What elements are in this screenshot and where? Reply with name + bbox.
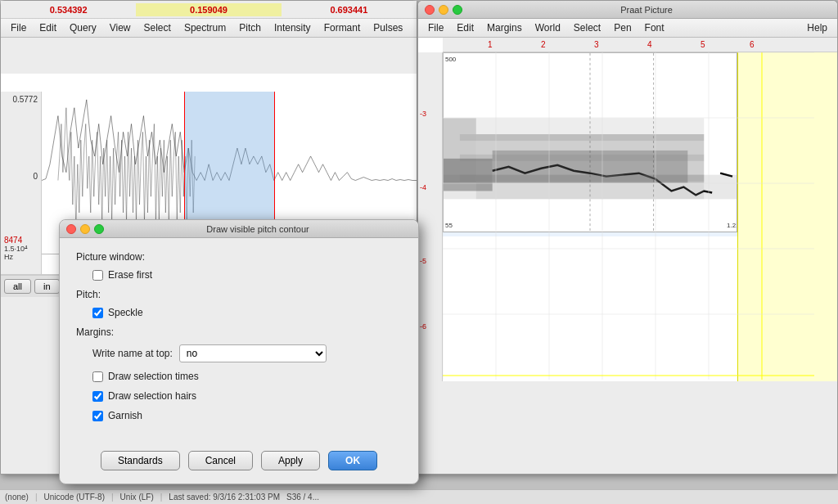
standards-button[interactable]: Standards bbox=[101, 451, 180, 470]
ruler-3: 3 bbox=[594, 40, 599, 49]
menu-formant[interactable]: Formant bbox=[318, 19, 367, 37]
garnish-text: Garnish bbox=[108, 410, 142, 421]
yellow-selection-area bbox=[737, 52, 837, 381]
status-bar: (none) | Unicode (UTF-8) | Unix (LF) | L… bbox=[0, 489, 838, 504]
draw-times-checkbox[interactable] bbox=[92, 371, 103, 382]
dialog-close-button[interactable] bbox=[66, 224, 76, 234]
garnish-checkbox[interactable] bbox=[92, 411, 103, 421]
v-ruler-6: -6 bbox=[420, 322, 426, 331]
dialog-buttons: Standards Cancel Apply OK bbox=[60, 443, 418, 484]
coord-right: 0.693441 bbox=[282, 5, 417, 15]
pic-menu-edit[interactable]: Edit bbox=[450, 19, 480, 37]
picture-window: Praat Picture File Edit Margins World Se… bbox=[417, 0, 838, 475]
apply-button[interactable]: Apply bbox=[261, 451, 320, 470]
svg-text:500: 500 bbox=[445, 56, 457, 63]
ruler-horizontal: 1 2 3 4 5 6 bbox=[443, 38, 837, 52]
in-button[interactable]: in bbox=[34, 279, 60, 294]
svg-text:55: 55 bbox=[445, 222, 453, 229]
ruler-1: 1 bbox=[488, 40, 493, 49]
pic-menu-file[interactable]: File bbox=[421, 19, 450, 37]
menu-edit[interactable]: Edit bbox=[33, 19, 63, 37]
svg-rect-15 bbox=[460, 155, 704, 161]
num-left: 8474 1.5·10⁴ Hz bbox=[1, 234, 42, 274]
spectrogram-area: 500 55 1.212 Time (s) Pitch (Hz) bbox=[443, 52, 737, 232]
erase-first-label[interactable]: Erase first bbox=[92, 269, 152, 281]
v-ruler-4: -4 bbox=[420, 183, 426, 191]
garnish-row: Garnish bbox=[76, 410, 402, 421]
sound-menubar: File Edit Query View Select Spectrum Pit… bbox=[1, 19, 417, 38]
dialog-traffic-lights bbox=[66, 224, 104, 234]
status-line-ending: Unix (LF) bbox=[120, 493, 154, 502]
status-position: S36 / 4... bbox=[286, 493, 319, 502]
pitch-label: Pitch: bbox=[76, 289, 402, 300]
status-saved: Last saved: 9/3/16 2:31:03 PM bbox=[169, 493, 280, 502]
menu-intensity[interactable]: Intensity bbox=[268, 19, 318, 37]
write-name-select[interactable]: no yes bbox=[179, 344, 327, 362]
margins-label: Margins: bbox=[76, 326, 402, 338]
coord-left: 0.534392 bbox=[1, 5, 136, 15]
dialog-max-button[interactable] bbox=[94, 224, 104, 234]
ruler-6: 6 bbox=[750, 40, 755, 49]
write-name-label: Write name at top: bbox=[92, 348, 173, 359]
picture-minimize-button[interactable] bbox=[439, 5, 448, 15]
picture-close-button[interactable] bbox=[425, 5, 435, 15]
speckle-text: Speckle bbox=[108, 307, 143, 318]
draw-hairs-text: Draw selection hairs bbox=[108, 390, 196, 402]
ruler-vertical: -3 -4 -5 -6 bbox=[418, 52, 443, 381]
pic-menu-help[interactable]: Help bbox=[800, 19, 834, 37]
y-label-mid: 0 bbox=[33, 172, 38, 181]
svg-text:1.212: 1.212 bbox=[727, 222, 737, 229]
y-label-top: 0.5772 bbox=[12, 95, 38, 104]
svg-rect-16 bbox=[460, 175, 704, 182]
picture-titlebar: Praat Picture bbox=[418, 1, 837, 19]
pic-menu-select[interactable]: Select bbox=[567, 19, 607, 37]
dialog-title: Draw visible pitch contour bbox=[104, 224, 412, 234]
speckle-label[interactable]: Speckle bbox=[92, 307, 143, 318]
menu-pitch[interactable]: Pitch bbox=[232, 19, 268, 37]
status-encoding: (none) bbox=[5, 493, 29, 502]
pic-menu-font[interactable]: Font bbox=[638, 19, 671, 37]
menu-query[interactable]: Query bbox=[63, 19, 103, 37]
dialog-titlebar: Draw visible pitch contour bbox=[60, 220, 418, 238]
draw-hairs-row: Draw selection hairs bbox=[76, 390, 402, 402]
picture-canvas[interactable]: 1 2 3 4 5 6 -3 -4 -5 -6 bbox=[418, 38, 837, 381]
speckle-checkbox[interactable] bbox=[92, 308, 103, 318]
pic-menu-margins[interactable]: Margins bbox=[480, 19, 529, 37]
ok-button[interactable]: OK bbox=[328, 451, 377, 470]
dialog: Draw visible pitch contour Picture windo… bbox=[59, 219, 419, 484]
erase-first-text: Erase first bbox=[108, 269, 152, 281]
pic-menu-pen[interactable]: Pen bbox=[607, 19, 638, 37]
all-button[interactable]: all bbox=[4, 279, 31, 294]
ruler-2: 2 bbox=[541, 40, 546, 49]
erase-first-row: Erase first bbox=[76, 269, 402, 281]
draw-times-row: Draw selection times bbox=[76, 371, 402, 382]
menu-pulses[interactable]: Pulses bbox=[367, 19, 409, 37]
menu-spectrum[interactable]: Spectrum bbox=[178, 19, 232, 37]
menu-view[interactable]: View bbox=[103, 19, 137, 37]
pic-menu-world[interactable]: World bbox=[529, 19, 567, 37]
status-unicode: Unicode (UTF-8) bbox=[44, 493, 105, 502]
ruler-5: 5 bbox=[701, 40, 705, 49]
speckle-row: Speckle bbox=[76, 307, 402, 318]
menu-select[interactable]: Select bbox=[137, 19, 178, 37]
picture-menubar: File Edit Margins World Select Pen Font … bbox=[418, 19, 837, 38]
picture-maximize-button[interactable] bbox=[453, 5, 462, 15]
erase-first-checkbox[interactable] bbox=[92, 270, 103, 281]
write-name-row: Write name at top: no yes bbox=[76, 344, 402, 362]
draw-hairs-label[interactable]: Draw selection hairs bbox=[92, 390, 196, 402]
cancel-button[interactable]: Cancel bbox=[188, 451, 253, 470]
v-ruler-5: -5 bbox=[420, 257, 426, 265]
garnish-label[interactable]: Garnish bbox=[92, 410, 142, 421]
draw-hairs-checkbox[interactable] bbox=[92, 391, 103, 402]
draw-times-label[interactable]: Draw selection times bbox=[92, 371, 199, 382]
v-ruler-3: -3 bbox=[420, 110, 426, 118]
dialog-body: Picture window: Erase first Pitch: Speck… bbox=[60, 238, 418, 443]
ruler-4: 4 bbox=[647, 40, 652, 49]
picture-window-label: Picture window: bbox=[76, 251, 402, 263]
freq-label: 1.5·10⁴ Hz bbox=[4, 245, 38, 261]
picture-window-title: Praat Picture bbox=[462, 5, 831, 15]
num-value: 8474 bbox=[4, 236, 38, 245]
picture-traffic-lights bbox=[425, 5, 462, 15]
dialog-min-button[interactable] bbox=[80, 224, 90, 234]
menu-file[interactable]: File bbox=[4, 19, 33, 37]
